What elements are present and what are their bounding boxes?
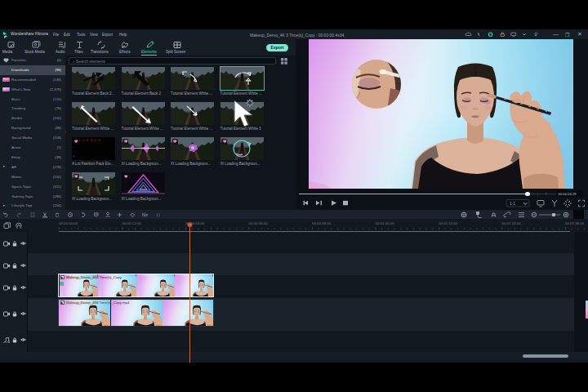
svg-text:1:1: 1:1 [510, 201, 515, 206]
svg-text:0: 0 [535, 32, 537, 37]
